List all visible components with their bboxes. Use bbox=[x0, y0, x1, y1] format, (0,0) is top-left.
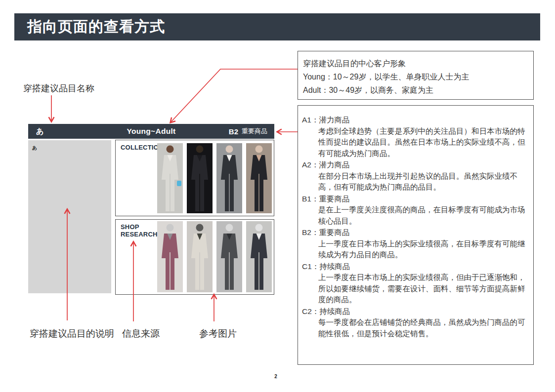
audience-adult: Adult：30～49岁，以商务、家庭为主 bbox=[303, 83, 528, 97]
audience-young: Young：10～29岁，以学生、单身职业人士为主 bbox=[303, 70, 528, 83]
mannequin-photo bbox=[216, 221, 242, 292]
runway-photo bbox=[187, 143, 213, 213]
category-label: B2：重要商品 bbox=[302, 227, 525, 238]
mannequin-photo bbox=[246, 221, 272, 292]
category-item-b1: B1：重要商品 是在上一季度关注度很高的商品，在目标季度有可能成为市场核心品目。 bbox=[302, 194, 525, 227]
mannequin-photo bbox=[157, 221, 183, 292]
runway-photo bbox=[216, 143, 242, 213]
category-ranking-box: A1：潜力商品 考虑到全球趋势（主要是系列中的关注品目）和日本市场的特性而提出的… bbox=[298, 105, 534, 365]
mannequin-photo bbox=[187, 221, 213, 292]
shop-research-section: SHOP RESEARCH bbox=[115, 219, 274, 295]
suit-figure bbox=[216, 221, 242, 292]
category-desc: 考虑到全球趋势（主要是系列中的关注品目）和日本市场的特性而提出的建议品目。虽然在… bbox=[302, 126, 525, 159]
suit-figure bbox=[157, 221, 183, 292]
category-desc: 上一季度在日本市场上的实际业绩很高，在目标季度有可能继续成为有力品目的商品。 bbox=[302, 238, 525, 261]
suit-figure bbox=[216, 143, 242, 213]
category-label: C1：持续商品 bbox=[302, 261, 525, 273]
slide-title-bar: 指向页面的查看方式 bbox=[14, 13, 540, 40]
category-item-b2: B2：重要商品 上一季度在日本市场上的实际业绩很高，在目标季度有可能继续成为有力… bbox=[302, 227, 525, 261]
runway-photo bbox=[157, 143, 183, 213]
mock-page-header: あ Young~Adult B2 重要商品 bbox=[28, 124, 274, 139]
collection-photo-row bbox=[157, 143, 272, 213]
suit-figure bbox=[246, 221, 272, 292]
panel-category-mark: あ bbox=[32, 145, 37, 151]
category-desc: 每一季度都会在店铺铺货的经典商品，虽然成为热门商品的可能性很低，但是预计会稳定销… bbox=[302, 317, 525, 339]
category-desc: 在部分日本市场上出现并引起热议的品目。虽然实际业绩不高，但有可能成为热门商品的品… bbox=[302, 171, 525, 193]
shop-label-line2: RESEARCH bbox=[121, 231, 158, 238]
category-item-c2: C2：持续商品 每一季度都会在店铺铺货的经典商品，虽然成为热门商品的可能性很低，… bbox=[302, 306, 525, 340]
rank-label: 重要商品 bbox=[242, 127, 267, 136]
suit-figure bbox=[246, 143, 272, 213]
runway-photo bbox=[246, 143, 272, 213]
category-label: B1：重要商品 bbox=[302, 194, 525, 205]
shop-research-label: SHOP RESEARCH bbox=[121, 223, 158, 238]
shop-label-line1: SHOP bbox=[121, 223, 158, 231]
category-item-a1: A1：潜力商品 考虑到全球趋势（主要是系列中的关注品目）和日本市场的特性而提出的… bbox=[302, 115, 525, 159]
annotation-item-name: 穿搭建议品目名称 bbox=[23, 82, 94, 94]
annotation-info-source: 信息来源 bbox=[122, 327, 160, 340]
mock-header-rank: B2 重要商品 bbox=[229, 127, 267, 136]
audience-title: 穿搭建议品目的中心客户形象 bbox=[303, 57, 528, 70]
category-item-c1: C1：持续商品 上一季度在日本市场上的实际业绩很高，但由于已逐渐饱和，所以如要继… bbox=[302, 261, 525, 306]
collection-section: COLLECTION bbox=[115, 140, 274, 216]
annotation-item-desc: 穿搭建议品目的说明 bbox=[30, 327, 114, 340]
category-label: C2：持续商品 bbox=[302, 306, 525, 317]
category-label: A1：潜力商品 bbox=[302, 115, 525, 126]
mock-description-panel: あ bbox=[28, 140, 111, 293]
category-item-a2: A2：潜力商品 在部分日本市场上出现并引起热议的品目。虽然实际业绩不高，但有可能… bbox=[302, 159, 525, 193]
arrow-audience bbox=[171, 69, 298, 122]
category-label: A2：潜力商品 bbox=[302, 159, 525, 171]
suit-figure bbox=[187, 221, 213, 292]
category-desc: 上一季度在日本市场上的实际业绩很高，但由于已逐渐饱和，所以如要继续铺货，需要在设… bbox=[302, 272, 525, 306]
suit-figure bbox=[157, 143, 183, 213]
slide: { "slide": { "title": "指向页面的查看方式", "page… bbox=[0, 0, 555, 392]
rank-code: B2 bbox=[229, 127, 238, 136]
page-number: 2 bbox=[271, 374, 281, 379]
page-title: 指向页面的查看方式 bbox=[27, 17, 165, 37]
annotation-reference-images: 参考图片 bbox=[199, 327, 237, 340]
shop-photo-row bbox=[157, 221, 272, 292]
suit-figure bbox=[187, 143, 213, 213]
category-desc: 是在上一季度关注度很高的商品，在目标季度有可能成为市场核心品目。 bbox=[302, 204, 525, 227]
audience-box: 穿搭建议品目的中心客户形象 Young：10～29岁，以学生、单身职业人士为主 … bbox=[298, 51, 534, 100]
